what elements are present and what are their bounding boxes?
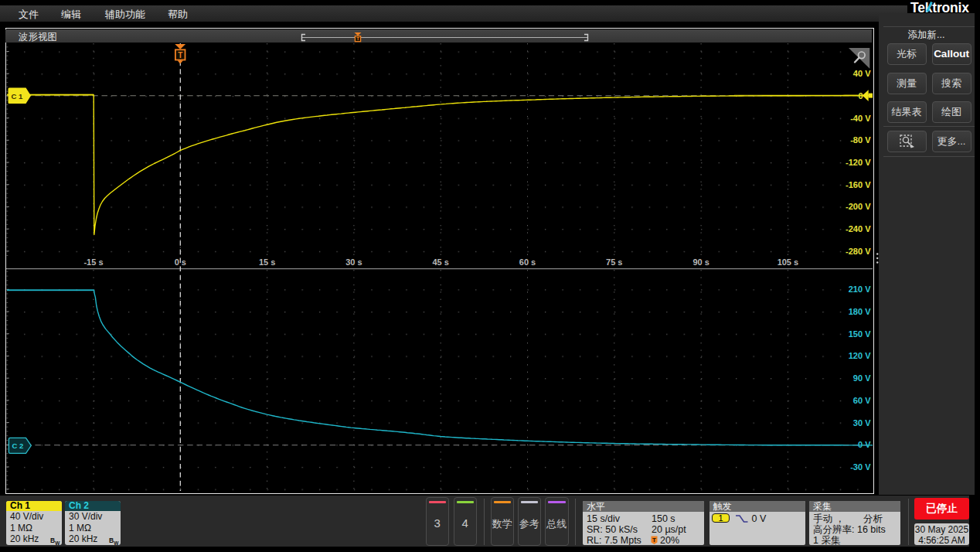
svg-text:40 V: 40 V (853, 69, 871, 78)
svg-text:T: T (356, 36, 359, 41)
svg-text:210 V: 210 V (849, 285, 871, 294)
svg-text:30 s: 30 s (345, 257, 362, 267)
svg-text:180 V: 180 V (849, 307, 871, 316)
svg-text:60 s: 60 s (519, 257, 536, 267)
svg-text:90 V: 90 V (853, 373, 871, 383)
svg-text:-40 V: -40 V (850, 114, 871, 123)
svg-text:45 s: 45 s (432, 257, 448, 267)
svg-text:60 V: 60 V (853, 396, 871, 405)
svg-text:C 2: C 2 (12, 441, 24, 450)
svg-text:150 V: 150 V (849, 329, 871, 339)
svg-text:T: T (178, 51, 182, 60)
svg-text:105 s: 105 s (778, 257, 799, 267)
svg-text:30 V: 30 V (853, 418, 871, 428)
svg-text:-120 V: -120 V (846, 158, 871, 167)
svg-text:T: T (652, 536, 656, 543)
svg-text:15 s: 15 s (259, 257, 275, 267)
svg-text:90 s: 90 s (692, 257, 709, 267)
svg-text:120 V: 120 V (849, 351, 871, 360)
svg-text:-80 V: -80 V (850, 135, 871, 145)
svg-text:-200 V: -200 V (846, 202, 871, 211)
svg-text:C 1: C 1 (12, 92, 24, 101)
svg-text:75 s: 75 s (606, 257, 622, 267)
svg-text:-160 V: -160 V (846, 180, 871, 189)
svg-text:-30 V: -30 V (850, 462, 871, 472)
svg-text:-15 s: -15 s (83, 257, 103, 267)
svg-text:-280 V: -280 V (846, 247, 871, 256)
svg-text:-240 V: -240 V (846, 224, 871, 233)
